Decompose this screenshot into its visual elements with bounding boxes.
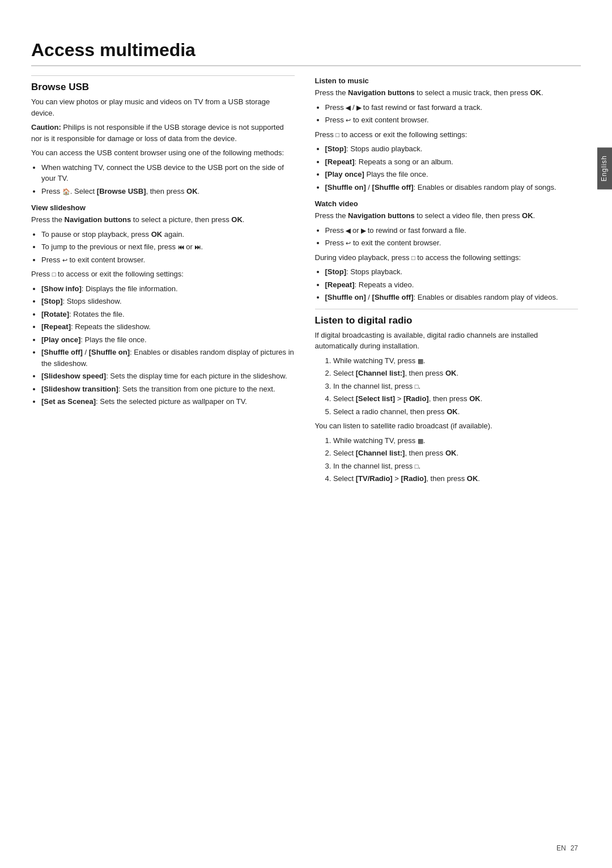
caution-text: Philips is not responsible if the USB st… [31,123,284,143]
options-icon-1: □ [52,271,56,278]
left-column: Browse USB You can view photos or play m… [31,70,295,488]
slideshow-steps: To pause or stop playback, press OK agai… [41,229,295,266]
video-setting-repeat: [Repeat]: Repeats a video. [325,279,579,291]
method-1: When watching TV, connect the USB device… [41,162,295,184]
browse-usb-label: [Browse USB] [97,187,146,195]
slideshow-settings: [Show info]: Displays the file informati… [41,283,295,407]
browse-usb-title: Browse USB [31,82,295,93]
slideshow-press-options: Press □ to access or exit the following … [31,269,295,280]
options-icon-4: □ [415,383,419,390]
nav-btn-label-3: Navigation buttons [348,211,415,220]
setting-repeat-1: [Repeat]: Repeats the slideshow. [41,321,295,333]
ok-label-3: OK [530,88,542,97]
setting-slideshow-transition: [Slideshow transition]: Sets the transit… [41,384,295,395]
satellite-step-1: 1. While watching TV, press ▩. [325,435,579,446]
video-during-playback: During video playback, press □ to access… [315,252,579,263]
video-setting-stop: [Stop]: Stops playback. [325,266,579,278]
ffwd-icon-2: ▶ [361,227,366,234]
view-slideshow-title: View slideshow [31,203,295,212]
music-setting-play-once: [Play once] Plays the file once. [325,169,579,180]
video-step-1: Press ◀ or ▶ to rewind or fast forward a… [325,225,579,236]
music-setting-repeat: [Repeat]: Repeats a song or an album. [325,156,579,168]
options-icon-3: □ [411,254,415,261]
options-icon-2: □ [335,131,339,138]
rewind-icon-1: ◀ [346,104,350,111]
digital-step-1: 1. While watching TV, press ▩. [325,355,579,367]
video-step-2: Press ↩ to exit the content browser. [325,237,579,249]
nav-btn-label-1: Navigation buttons [65,215,131,224]
setting-rotate: [Rotate]: Rotates the file. [41,309,295,320]
nav-btn-label-2: Navigation buttons [348,88,415,97]
options-icon-5: □ [415,463,419,470]
view-slideshow-intro: Press the Navigation buttons to select a… [31,214,295,225]
setting-stop-1: [Stop]: Stops slideshow. [41,296,295,307]
setting-slideshow-speed: [Slideshow speed]: Sets the display time… [41,371,295,382]
sidebar-tab: English [597,147,612,189]
fwd-step-icon: ⏭ [194,244,201,250]
footer-lang: EN [556,844,566,852]
page-footer: EN 27 [556,844,578,852]
video-steps: Press ◀ or ▶ to rewind or fast forward a… [325,225,579,249]
return-icon-1: ↩ [62,257,67,263]
digital-radio-intro: If digital broadcasting is available, di… [315,330,579,352]
digital-step-3: 3. In the channel list, press □. [325,381,579,392]
music-steps: Press ◀ / ▶ to fast rewind or fast forwa… [325,102,579,126]
left-divider [31,75,295,76]
digital-radio-steps: 1. While watching TV, press ▩. 2. Select… [325,355,579,418]
method-2: Press 🏠. Select [Browse USB], then press… [41,186,295,197]
home-icon: 🏠 [62,188,70,195]
page-title: Access multimedia [31,40,581,66]
back-step-icon: ⏮ [178,244,184,250]
page: English Access multimedia Browse USB You… [0,0,612,868]
video-setting-shuffle: [Shuffle on] / [Shuffle off]: Enables or… [325,292,579,303]
watch-video-title: Watch video [315,199,579,208]
setting-play-once-1: [Play once]: Plays the file once. [41,334,295,346]
slideshow-step-3: Press ↩ to exit content browser. [41,254,295,266]
music-step-2: Press ↩ to exit content browser. [325,114,579,126]
setting-set-scenea: [Set as Scenea]: Sets the selected pictu… [41,396,295,407]
ffwd-icon-1: ▶ [356,104,361,111]
video-settings: [Stop]: Stops playback. [Repeat]: Repeat… [325,266,579,303]
satellite-step-4: 4. Select [TV/Radio] > [Radio], then pre… [325,473,579,484]
browse-usb-intro-1: You can view photos or play music and vi… [31,96,295,118]
tv-icon-2: ▩ [418,437,423,444]
satellite-step-3: 3. In the channel list, press □. [325,461,579,472]
satellite-intro: You can listen to satellite radio broadc… [315,420,579,432]
music-step-1: Press ◀ / ▶ to fast rewind or fast forwa… [325,102,579,113]
satellite-steps: 1. While watching TV, press ▩. 2. Select… [325,435,579,484]
browse-usb-intro-2: Caution: Philips is not responsible if t… [31,122,295,144]
footer-page-number: 27 [571,844,578,852]
digital-step-4: 4. Select [Select list] > [Radio], then … [325,393,579,405]
satellite-step-2: 2. Select [Channel list:], then press OK… [325,448,579,459]
digital-step-2: 2. Select [Channel list:], then press OK… [325,368,579,379]
tv-icon-1: ▩ [418,358,423,364]
digital-step-5: 5. Select a radio channel, then press OK… [325,406,579,418]
main-content: Browse USB You can view photos or play m… [31,70,578,488]
listen-music-intro: Press the Navigation buttons to select a… [315,87,579,99]
setting-shuffle-slideshow: [Shuffle off] / [Shuffle on]: Enables or… [41,347,295,369]
slideshow-step-1: To pause or stop playback, press OK agai… [41,229,295,240]
music-settings: [Stop]: Stops audio playback. [Repeat]: … [325,143,579,193]
ok-label-1: OK [186,187,198,195]
setting-show-info: [Show info]: Displays the file informati… [41,283,295,295]
music-setting-stop: [Stop]: Stops audio playback. [325,143,579,155]
browse-usb-intro-3: You can access the USB content browser u… [31,147,295,159]
listen-music-title: Listen to music [315,76,579,85]
ok-label-2: OK [231,215,243,224]
music-setting-shuffle: [Shuffle on] / [Shuffle off]: Enables or… [325,182,579,193]
caution-label: Caution: [31,123,61,131]
ok-label-4: OK [522,211,533,220]
right-column: Listen to music Press the Navigation but… [315,70,579,488]
rewind-icon-2: ◀ [346,227,350,234]
right-divider [315,309,579,309]
return-icon-2: ↩ [346,117,351,124]
ok-step-1: OK [151,230,163,239]
return-icon-3: ↩ [346,240,351,246]
browse-usb-methods: When watching TV, connect the USB device… [41,162,295,197]
content-area: Browse USB You can view photos or play m… [0,70,612,488]
digital-radio-title: Listen to digital radio [315,315,579,326]
watch-video-intro: Press the Navigation buttons to select a… [315,210,579,222]
slideshow-step-2: To jump to the previous or next file, pr… [41,241,295,253]
music-press-options: Press □ to access or exit the following … [315,129,579,141]
